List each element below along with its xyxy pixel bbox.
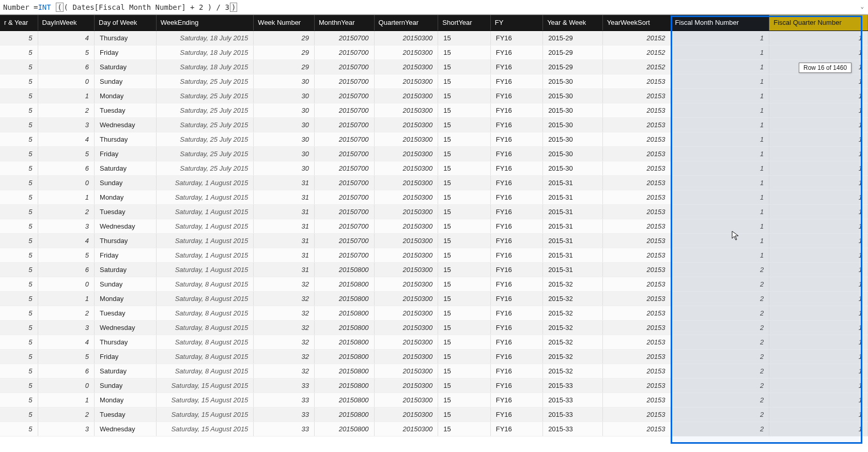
- cell-quarternYear[interactable]: 20150300: [374, 190, 438, 204]
- cell-weekNumber[interactable]: 32: [254, 291, 315, 306]
- cell-shortYear[interactable]: 15: [438, 31, 490, 45]
- cell-monthnYear[interactable]: 20150700: [314, 31, 374, 45]
- cell-dayOfWeek[interactable]: Tuesday: [95, 103, 157, 117]
- cell-dayOfWeek[interactable]: Saturday: [95, 262, 157, 277]
- column-header-monthnYear[interactable]: MonthnYear: [314, 15, 374, 31]
- cell-quarternYear[interactable]: 20150300: [374, 393, 438, 407]
- cell-yearWeek[interactable]: 2015-30: [543, 161, 603, 175]
- cell-weekNumber[interactable]: 29: [254, 59, 315, 74]
- cell-fiscalMonth[interactable]: 2: [671, 349, 769, 364]
- cell-dayInWeek[interactable]: 0: [38, 74, 95, 88]
- cell-rYear[interactable]: 5: [0, 161, 38, 175]
- cell-fiscalMonth[interactable]: 2: [671, 393, 769, 407]
- cell-yearWeekSort[interactable]: 20153: [602, 421, 671, 436]
- cell-rYear[interactable]: 5: [0, 175, 38, 190]
- cell-weekNumber[interactable]: 32: [254, 277, 315, 291]
- cell-fiscalQuarter[interactable]: 1: [769, 103, 868, 117]
- cell-fiscalQuarter[interactable]: 1: [769, 204, 868, 219]
- table-row[interactable]: 55FridaySaturday, 8 August 2015322015080…: [0, 349, 868, 364]
- cell-dayOfWeek[interactable]: Sunday: [95, 378, 157, 393]
- cell-quarternYear[interactable]: 20150300: [374, 103, 438, 117]
- cell-weekNumber[interactable]: 30: [254, 146, 315, 161]
- cell-yearWeekSort[interactable]: 20153: [602, 335, 671, 349]
- cell-quarternYear[interactable]: 20150300: [374, 407, 438, 421]
- cell-fiscalMonth[interactable]: 1: [671, 88, 769, 103]
- cell-yearWeekSort[interactable]: 20153: [602, 378, 671, 393]
- cell-fiscalQuarter[interactable]: 1: [769, 190, 868, 204]
- cell-shortYear[interactable]: 15: [438, 349, 490, 364]
- cell-quarternYear[interactable]: 20150300: [374, 421, 438, 436]
- cell-quarternYear[interactable]: 20150300: [374, 146, 438, 161]
- cell-weekEnding[interactable]: Saturday, 18 July 2015: [156, 45, 254, 59]
- cell-dayInWeek[interactable]: 2: [38, 306, 95, 320]
- cell-weekEnding[interactable]: Saturday, 1 August 2015: [156, 248, 254, 262]
- cell-dayOfWeek[interactable]: Tuesday: [95, 204, 157, 219]
- cell-weekNumber[interactable]: 30: [254, 117, 315, 132]
- cell-monthnYear[interactable]: 20150800: [314, 378, 374, 393]
- cell-monthnYear[interactable]: 20150700: [314, 146, 374, 161]
- cell-monthnYear[interactable]: 20150800: [314, 320, 374, 335]
- cell-rYear[interactable]: 5: [0, 349, 38, 364]
- cell-quarternYear[interactable]: 20150300: [374, 59, 438, 74]
- cell-monthnYear[interactable]: 20150800: [314, 262, 374, 277]
- cell-shortYear[interactable]: 15: [438, 45, 490, 59]
- cell-shortYear[interactable]: 15: [438, 59, 490, 74]
- cell-dayOfWeek[interactable]: Sunday: [95, 277, 157, 291]
- cell-monthnYear[interactable]: 20150800: [314, 335, 374, 349]
- cell-weekNumber[interactable]: 33: [254, 407, 315, 421]
- cell-yearWeek[interactable]: 2015-32: [543, 277, 603, 291]
- cell-dayOfWeek[interactable]: Thursday: [95, 31, 157, 45]
- cell-yearWeek[interactable]: 2015-32: [543, 349, 603, 364]
- cell-rYear[interactable]: 5: [0, 364, 38, 378]
- cell-fiscalQuarter[interactable]: 1: [769, 146, 868, 161]
- cell-yearWeekSort[interactable]: 20153: [602, 291, 671, 306]
- cell-yearWeekSort[interactable]: 20153: [602, 262, 671, 277]
- cell-weekEnding[interactable]: Saturday, 25 July 2015: [156, 74, 254, 88]
- cell-yearWeek[interactable]: 2015-31: [543, 190, 603, 204]
- cell-fiscalQuarter[interactable]: 1: [769, 349, 868, 364]
- cell-dayInWeek[interactable]: 0: [38, 277, 95, 291]
- cell-shortYear[interactable]: 15: [438, 103, 490, 117]
- cell-weekEnding[interactable]: Saturday, 25 July 2015: [156, 117, 254, 132]
- cell-fy[interactable]: FY16: [490, 31, 542, 45]
- column-header-fiscalQuarter[interactable]: Fiscal Quarter Number: [769, 15, 868, 31]
- table-row[interactable]: 56SaturdaySaturday, 25 July 201530201507…: [0, 161, 868, 175]
- cell-weekEnding[interactable]: Saturday, 25 July 2015: [156, 88, 254, 103]
- cell-yearWeek[interactable]: 2015-31: [543, 219, 603, 233]
- cell-yearWeekSort[interactable]: 20153: [602, 393, 671, 407]
- cell-shortYear[interactable]: 15: [438, 233, 490, 248]
- cell-fiscalMonth[interactable]: 2: [671, 335, 769, 349]
- cell-dayOfWeek[interactable]: Friday: [95, 248, 157, 262]
- cell-yearWeek[interactable]: 2015-33: [543, 407, 603, 421]
- cell-dayOfWeek[interactable]: Wednesday: [95, 219, 157, 233]
- cell-fiscalQuarter[interactable]: 1: [769, 320, 868, 335]
- cell-dayOfWeek[interactable]: Saturday: [95, 59, 157, 74]
- cell-weekEnding[interactable]: Saturday, 1 August 2015: [156, 175, 254, 190]
- cell-dayOfWeek[interactable]: Friday: [95, 349, 157, 364]
- cell-fy[interactable]: FY16: [490, 190, 542, 204]
- cell-monthnYear[interactable]: 20150700: [314, 248, 374, 262]
- cell-fiscalMonth[interactable]: 2: [671, 306, 769, 320]
- cell-rYear[interactable]: 5: [0, 421, 38, 436]
- cell-dayOfWeek[interactable]: Sunday: [95, 74, 157, 88]
- cell-dayInWeek[interactable]: 5: [38, 349, 95, 364]
- cell-fy[interactable]: FY16: [490, 335, 542, 349]
- cell-rYear[interactable]: 5: [0, 88, 38, 103]
- cell-yearWeek[interactable]: 2015-30: [543, 146, 603, 161]
- table-row[interactable]: 53WednesdaySaturday, 15 August 201533201…: [0, 421, 868, 436]
- cell-weekNumber[interactable]: 30: [254, 74, 315, 88]
- cell-rYear[interactable]: 5: [0, 306, 38, 320]
- cell-shortYear[interactable]: 15: [438, 378, 490, 393]
- cell-dayOfWeek[interactable]: Thursday: [95, 335, 157, 349]
- cell-yearWeek[interactable]: 2015-31: [543, 175, 603, 190]
- cell-fiscalQuarter[interactable]: 1: [769, 31, 868, 45]
- cell-monthnYear[interactable]: 20150800: [314, 291, 374, 306]
- table-row[interactable]: 51MondaySaturday, 25 July 20153020150700…: [0, 88, 868, 103]
- cell-shortYear[interactable]: 15: [438, 190, 490, 204]
- cell-fiscalQuarter[interactable]: 1: [769, 161, 868, 175]
- cell-dayInWeek[interactable]: 0: [38, 175, 95, 190]
- cell-weekNumber[interactable]: 31: [254, 175, 315, 190]
- table-row[interactable]: 54ThursdaySaturday, 1 August 20153120150…: [0, 233, 868, 248]
- cell-monthnYear[interactable]: 20150700: [314, 45, 374, 59]
- cell-yearWeekSort[interactable]: 20153: [602, 117, 671, 132]
